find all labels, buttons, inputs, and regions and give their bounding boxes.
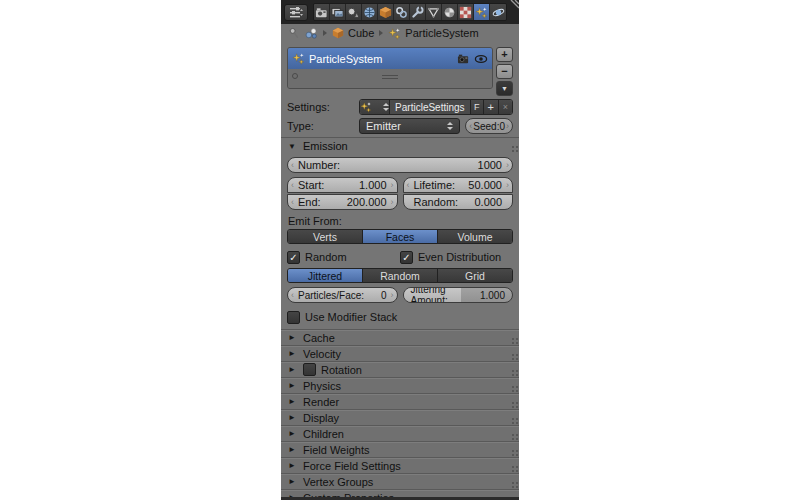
tab-object-data[interactable] — [426, 4, 442, 20]
emission-timing-fields: Start: 1.000 End: 200.000 Lifetime: 50.0… — [287, 177, 513, 210]
editor-corner-handle[interactable] — [506, 0, 519, 15]
tab-constraints[interactable] — [394, 4, 410, 20]
filter-dot-icon[interactable] — [292, 73, 298, 79]
tab-physics[interactable] — [490, 4, 506, 20]
checkbox-unchecked-icon[interactable] — [287, 311, 300, 324]
particles-icon — [475, 6, 488, 19]
editor-type-button[interactable] — [284, 4, 308, 21]
distribution-random[interactable]: Random — [363, 269, 438, 282]
panel-header-emission[interactable]: ▼ Emission — [281, 137, 519, 154]
panel-header-field-weights[interactable]: ► Field Weights — [281, 442, 519, 458]
emit-from-faces[interactable]: Faces — [363, 230, 438, 243]
tab-particles[interactable] — [474, 4, 490, 20]
particle-system-list-item[interactable]: ParticleSystem — [288, 48, 492, 69]
random-order-label: Random — [305, 251, 347, 263]
panel-open-icon: ▼ — [288, 142, 298, 151]
tab-modifiers[interactable] — [410, 4, 426, 20]
panel-closed-icon: ► — [288, 349, 298, 358]
new-settings-button[interactable]: + — [484, 100, 499, 114]
wrench-icon — [411, 6, 424, 19]
random-lifetime-field[interactable]: Random: 0.000 — [403, 194, 514, 210]
settings-name-input[interactable]: ParticleSettings — [390, 100, 470, 114]
number-field[interactable]: Number: 1000 — [287, 157, 513, 173]
properties-header — [281, 0, 519, 24]
panel-title: Velocity — [303, 348, 341, 360]
panel-header-children[interactable]: ► Children — [281, 426, 519, 442]
number-label: Number: — [298, 159, 340, 171]
distribution-jittered[interactable]: Jittered — [288, 269, 363, 282]
scene-icon — [347, 6, 360, 19]
panel-header-force-field-settings[interactable]: ► Force Field Settings — [281, 458, 519, 474]
panel-header-display[interactable]: ► Display — [281, 410, 519, 426]
add-particle-system-button[interactable]: + — [496, 47, 513, 62]
particle-system-list-footer — [288, 69, 492, 88]
tab-material[interactable] — [442, 4, 458, 20]
render-toggle-camera-icon[interactable] — [457, 53, 470, 65]
particle-system-list-section: ParticleSystem — [287, 47, 513, 96]
distribution-fields: Particles/Face: 0 Jittering Amount: 1.00… — [287, 287, 513, 303]
jittering-amount-slider[interactable]: Jittering Amount: 1.000 — [403, 287, 514, 303]
seed-field[interactable]: Seed: 0 — [465, 118, 513, 134]
tab-scene[interactable] — [346, 4, 362, 20]
emit-from-verts[interactable]: Verts — [288, 230, 363, 243]
panel-header-physics[interactable]: ► Physics — [281, 378, 519, 394]
panel-header-velocity[interactable]: ► Velocity — [281, 346, 519, 362]
even-distribution-label: Even Distribution — [418, 251, 501, 263]
texture-checker-icon — [459, 6, 472, 19]
lifetime-value: 50.000 — [468, 179, 502, 191]
emit-checkbox-row: ✓ Random ✓ Even Distribution — [287, 250, 513, 264]
type-dropdown[interactable]: Emitter — [359, 118, 460, 134]
particle-system-list-buttons: + − ▼ — [496, 47, 513, 96]
tab-world[interactable] — [362, 4, 378, 20]
panel-header-cache[interactable]: ► Cache — [281, 330, 519, 346]
rotation-enable-checkbox[interactable] — [303, 363, 316, 376]
visibility-eye-icon[interactable] — [474, 53, 488, 65]
end-field[interactable]: End: 200.000 — [287, 194, 398, 210]
breadcrumb-separator-icon — [323, 30, 327, 36]
tab-texture[interactable] — [458, 4, 474, 20]
even-distribution-checkbox[interactable]: ✓ Even Distribution — [400, 251, 513, 264]
collapsed-panels: ► Cache ► Velocity ► Rotation ► Physics — [281, 329, 519, 500]
panel-closed-icon: ► — [288, 445, 298, 454]
random-lifetime-value: 0.000 — [474, 196, 502, 208]
lifetime-label: Lifetime: — [414, 179, 456, 191]
remove-particle-system-button[interactable]: − — [496, 64, 513, 79]
mesh-data-icon — [427, 6, 440, 19]
jittering-amount-value: 1.000 — [480, 290, 505, 301]
tab-render[interactable] — [314, 4, 330, 20]
use-modifier-stack-checkbox[interactable]: Use Modifier Stack — [287, 311, 513, 324]
chevron-updown-icon — [383, 103, 389, 111]
random-order-checkbox[interactable]: ✓ Random — [287, 251, 400, 264]
pin-icon[interactable] — [288, 27, 301, 40]
type-value: Emitter — [366, 120, 401, 132]
panel-title: Rotation — [321, 364, 362, 376]
tab-object[interactable] — [378, 4, 394, 20]
type-row: Type: Emitter Seed: 0 — [287, 118, 513, 134]
emit-from-volume[interactable]: Volume — [438, 230, 512, 243]
settings-browse-dropdown[interactable] — [360, 100, 390, 114]
unlink-settings-button[interactable]: × — [499, 100, 512, 114]
panel-header-rotation[interactable]: ► Rotation — [281, 362, 519, 378]
start-field[interactable]: Start: 1.000 — [287, 177, 398, 193]
list-resize-handle[interactable] — [382, 75, 398, 76]
particles-per-face-field[interactable]: Particles/Face: 0 — [287, 287, 398, 303]
panel-header-render[interactable]: ► Render — [281, 394, 519, 410]
breadcrumb-particle-system[interactable]: ParticleSystem — [405, 27, 478, 39]
particle-settings-datablock: ParticleSettings F + × — [359, 99, 513, 115]
panel-header-vertex-groups[interactable]: ► Vertex Groups — [281, 474, 519, 490]
particle-data-icon[interactable] — [305, 27, 318, 40]
settings-label: Settings: — [287, 101, 359, 113]
panel-title: Children — [303, 428, 344, 440]
lifetime-field[interactable]: Lifetime: 50.000 — [403, 177, 514, 193]
checkbox-checked-icon[interactable]: ✓ — [400, 251, 413, 264]
particle-specials-button[interactable]: ▼ — [496, 81, 513, 96]
tab-render-layers[interactable] — [330, 4, 346, 20]
fake-user-button[interactable]: F — [471, 100, 484, 114]
checkbox-checked-icon[interactable]: ✓ — [287, 251, 300, 264]
emit-from-segmented: Verts Faces Volume — [287, 229, 513, 244]
panel-closed-icon: ► — [288, 429, 298, 438]
start-label: Start: — [298, 179, 324, 191]
panel-title: Physics — [303, 380, 341, 392]
distribution-grid[interactable]: Grid — [438, 269, 512, 282]
breadcrumb-object[interactable]: Cube — [348, 27, 374, 39]
